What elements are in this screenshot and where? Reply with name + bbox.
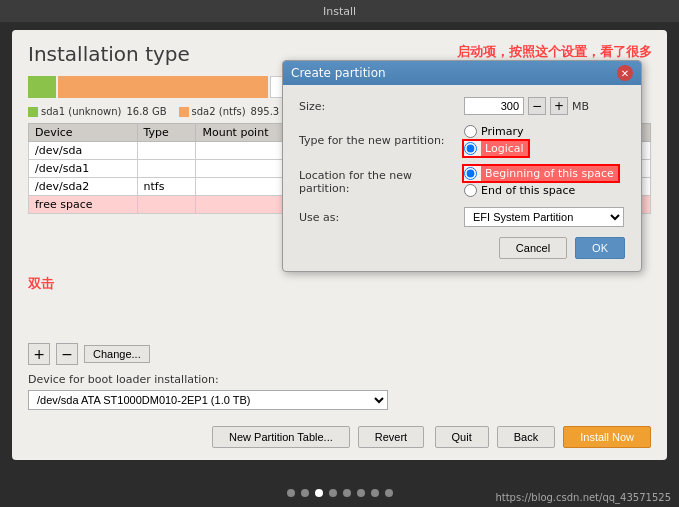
bottom-controls: + − Change... Device for boot loader ins…: [28, 343, 388, 410]
dot-3: [315, 489, 323, 497]
cancel-button[interactable]: Cancel: [499, 237, 567, 259]
partition-table-buttons: New Partition Table... Revert: [212, 426, 424, 448]
dot-4: [329, 489, 337, 497]
cell-device: /dev/sda2: [29, 178, 138, 196]
install-now-button[interactable]: Install Now: [563, 426, 651, 448]
radio-primary-input[interactable]: [464, 125, 477, 138]
dot-2: [301, 489, 309, 497]
radio-beginning-label: Beginning of this space: [481, 166, 618, 181]
dot-7: [371, 489, 379, 497]
location-label: Location for the new partition:: [299, 169, 464, 195]
size-decrease-button[interactable]: −: [528, 97, 546, 115]
radio-logical-label: Logical: [481, 141, 528, 156]
bar-sda2: [58, 76, 268, 98]
radio-end[interactable]: End of this space: [464, 184, 618, 197]
size-sda1: 16.8 GB: [126, 106, 166, 117]
boot-loader-label: Device for boot loader installation:: [28, 373, 388, 386]
cell-device: /dev/sda1: [29, 160, 138, 178]
cell-device: /dev/sda: [29, 142, 138, 160]
radio-beginning[interactable]: Beginning of this space: [464, 166, 618, 181]
size-label: Size:: [299, 100, 464, 113]
label-sda1: sda1 (unknown) 16.8 GB: [28, 106, 167, 117]
action-buttons: Quit Back Install Now: [435, 426, 651, 448]
new-partition-table-button[interactable]: New Partition Table...: [212, 426, 350, 448]
revert-button[interactable]: Revert: [358, 426, 424, 448]
bar-sda1: [28, 76, 56, 98]
back-button[interactable]: Back: [497, 426, 555, 448]
dialog-title: Create partition: [291, 66, 386, 80]
main-area: Installation type 启动项，按照这个设置，看了很多推荐 后，我分…: [12, 30, 667, 460]
add-icon: +: [33, 346, 45, 362]
dialog-close-button[interactable]: ✕: [617, 65, 633, 81]
radio-primary-label: Primary: [481, 125, 524, 138]
dot-1: [287, 489, 295, 497]
top-bar: Install: [0, 0, 679, 22]
boot-device-select[interactable]: /dev/sda ATA ST1000DM010-2EP1 (1.0 TB): [28, 390, 388, 410]
dot-indicators: [287, 489, 393, 497]
use-as-row: Use as: EFI System Partition Ext4 journa…: [299, 207, 625, 227]
radio-beginning-input[interactable]: [464, 167, 477, 180]
radio-end-label: End of this space: [481, 184, 575, 197]
cell-type: [137, 160, 196, 178]
create-partition-dialog: Create partition ✕ Size: − + MB Type for…: [282, 60, 642, 272]
url-text: https://blog.csdn.net/qq_43571525: [495, 492, 671, 503]
dot-6: [357, 489, 365, 497]
add-partition-button[interactable]: +: [28, 343, 50, 365]
size-input[interactable]: [464, 97, 524, 115]
color-sda1: [28, 107, 38, 117]
quit-button[interactable]: Quit: [435, 426, 489, 448]
radio-end-input[interactable]: [464, 184, 477, 197]
dialog-title-bar: Create partition ✕: [283, 61, 641, 85]
label-sda2: sda2 (ntfs) 895.3 GB: [179, 106, 297, 117]
col-type: Type: [137, 124, 196, 142]
dot-5: [343, 489, 351, 497]
remove-icon: −: [61, 346, 73, 362]
use-as-select[interactable]: EFI System Partition Ext4 journaling fil…: [464, 207, 624, 227]
size-increase-button[interactable]: +: [550, 97, 568, 115]
type-row: Type for the new partition: Primary Logi…: [299, 125, 625, 156]
radio-logical[interactable]: Logical: [464, 141, 528, 156]
radio-primary[interactable]: Primary: [464, 125, 528, 138]
remove-partition-button[interactable]: −: [56, 343, 78, 365]
dot-8: [385, 489, 393, 497]
type-label: Type for the new partition:: [299, 134, 464, 147]
radio-logical-input[interactable]: [464, 142, 477, 155]
change-button[interactable]: Change...: [84, 345, 150, 363]
size-control: − + MB: [464, 97, 589, 115]
shuang-ji-label: 双击: [28, 276, 54, 291]
cell-type: [137, 196, 196, 214]
double-click-annotation: 双击: [28, 275, 54, 293]
cell-type: [137, 142, 196, 160]
size-row: Size: − + MB: [299, 97, 625, 115]
ok-button[interactable]: OK: [575, 237, 625, 259]
cell-type: ntfs: [137, 178, 196, 196]
col-device: Device: [29, 124, 138, 142]
window-title: Install: [323, 5, 356, 18]
label-sda2-text: sda2 (ntfs): [192, 106, 246, 117]
use-as-label: Use as:: [299, 211, 464, 224]
location-radio-group: Beginning of this space End of this spac…: [464, 166, 618, 197]
type-radio-group: Primary Logical: [464, 125, 528, 156]
mb-label: MB: [572, 100, 589, 113]
cell-device: free space: [29, 196, 138, 214]
color-sda2: [179, 107, 189, 117]
dialog-body: Size: − + MB Type for the new partition:…: [283, 85, 641, 271]
add-remove-row: + − Change...: [28, 343, 388, 365]
location-row: Location for the new partition: Beginnin…: [299, 166, 625, 197]
dialog-buttons: Cancel OK: [299, 237, 625, 259]
label-sda1-text: sda1 (unknown): [41, 106, 121, 117]
